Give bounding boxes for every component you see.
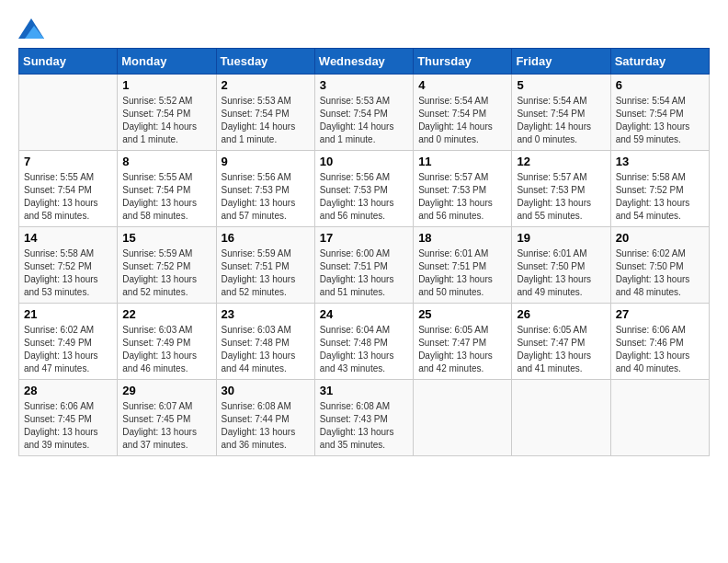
day-number: 6: [616, 78, 704, 92]
day-number: 12: [517, 155, 605, 168]
day-info: Sunrise: 6:02 AMSunset: 7:49 PMDaylight:…: [24, 324, 112, 375]
day-number: 26: [517, 307, 605, 321]
day-number: 18: [418, 231, 506, 245]
day-info: Sunrise: 5:54 AMSunset: 7:54 PMDaylight:…: [616, 95, 704, 146]
day-number: 30: [222, 384, 310, 397]
day-number: 23: [222, 307, 310, 321]
day-number: 7: [24, 155, 112, 168]
calendar-cell: 12Sunrise: 5:57 AMSunset: 7:53 PMDayligh…: [512, 151, 610, 227]
calendar-cell: 9Sunrise: 5:56 AMSunset: 7:53 PMDaylight…: [216, 151, 314, 227]
week-row-3: 14Sunrise: 5:58 AMSunset: 7:52 PMDayligh…: [19, 227, 710, 304]
day-number: 8: [122, 155, 210, 168]
day-header-tuesday: Tuesday: [216, 49, 314, 75]
day-info: Sunrise: 6:00 AMSunset: 7:51 PMDaylight:…: [320, 247, 408, 299]
day-info: Sunrise: 5:59 AMSunset: 7:51 PMDaylight:…: [222, 247, 310, 299]
day-number: 22: [122, 307, 210, 321]
day-info: Sunrise: 5:58 AMSunset: 7:52 PMDaylight:…: [24, 247, 112, 299]
week-row-5: 28Sunrise: 6:06 AMSunset: 7:45 PMDayligh…: [19, 380, 710, 456]
day-number: 5: [517, 78, 605, 92]
calendar-cell: [512, 380, 610, 456]
calendar-cell: 8Sunrise: 5:55 AMSunset: 7:54 PMDaylight…: [118, 151, 216, 227]
calendar-cell: [610, 380, 709, 456]
calendar-cell: 15Sunrise: 5:59 AMSunset: 7:52 PMDayligh…: [118, 227, 216, 304]
day-info: Sunrise: 5:55 AMSunset: 7:54 PMDaylight:…: [24, 171, 112, 223]
calendar-cell: 1Sunrise: 5:52 AMSunset: 7:54 PMDaylight…: [118, 75, 216, 151]
day-info: Sunrise: 5:54 AMSunset: 7:54 PMDaylight:…: [517, 95, 605, 146]
calendar-cell: 3Sunrise: 5:53 AMSunset: 7:54 PMDaylight…: [314, 75, 413, 151]
calendar-cell: 17Sunrise: 6:00 AMSunset: 7:51 PMDayligh…: [314, 227, 413, 304]
day-number: 10: [320, 155, 408, 168]
day-number: 2: [222, 78, 310, 92]
day-info: Sunrise: 5:53 AMSunset: 7:54 PMDaylight:…: [222, 95, 310, 146]
day-info: Sunrise: 5:55 AMSunset: 7:54 PMDaylight:…: [122, 171, 210, 223]
day-number: 4: [418, 78, 506, 92]
day-info: Sunrise: 6:02 AMSunset: 7:50 PMDaylight:…: [616, 247, 704, 299]
day-number: 25: [418, 307, 506, 321]
day-info: Sunrise: 5:52 AMSunset: 7:54 PMDaylight:…: [122, 95, 210, 146]
calendar-cell: 7Sunrise: 5:55 AMSunset: 7:54 PMDaylight…: [19, 151, 118, 227]
day-info: Sunrise: 6:07 AMSunset: 7:45 PMDaylight:…: [122, 400, 210, 452]
calendar-cell: 19Sunrise: 6:01 AMSunset: 7:50 PMDayligh…: [512, 227, 610, 304]
calendar-cell: [19, 75, 118, 151]
day-info: Sunrise: 6:01 AMSunset: 7:50 PMDaylight:…: [517, 247, 605, 299]
days-header-row: SundayMondayTuesdayWednesdayThursdayFrid…: [19, 49, 710, 75]
calendar-cell: 30Sunrise: 6:08 AMSunset: 7:44 PMDayligh…: [216, 380, 314, 456]
day-info: Sunrise: 5:54 AMSunset: 7:54 PMDaylight:…: [418, 95, 506, 146]
day-number: 31: [320, 384, 408, 397]
calendar-cell: 20Sunrise: 6:02 AMSunset: 7:50 PMDayligh…: [610, 227, 709, 304]
day-number: 29: [122, 384, 210, 397]
day-info: Sunrise: 5:56 AMSunset: 7:53 PMDaylight:…: [320, 171, 408, 223]
calendar-cell: 6Sunrise: 5:54 AMSunset: 7:54 PMDaylight…: [610, 75, 709, 151]
calendar-cell: 25Sunrise: 6:05 AMSunset: 7:47 PMDayligh…: [414, 304, 512, 380]
day-header-wednesday: Wednesday: [314, 49, 413, 75]
day-header-thursday: Thursday: [414, 49, 512, 75]
calendar-cell: 16Sunrise: 5:59 AMSunset: 7:51 PMDayligh…: [216, 227, 314, 304]
calendar-cell: 22Sunrise: 6:03 AMSunset: 7:49 PMDayligh…: [118, 304, 216, 380]
day-info: Sunrise: 6:06 AMSunset: 7:46 PMDaylight:…: [616, 324, 704, 375]
day-info: Sunrise: 6:03 AMSunset: 7:49 PMDaylight:…: [122, 324, 210, 375]
day-header-saturday: Saturday: [610, 49, 709, 75]
day-info: Sunrise: 6:06 AMSunset: 7:45 PMDaylight:…: [24, 400, 112, 452]
day-info: Sunrise: 6:01 AMSunset: 7:51 PMDaylight:…: [418, 247, 506, 299]
day-number: 20: [616, 231, 704, 245]
day-info: Sunrise: 6:05 AMSunset: 7:47 PMDaylight:…: [517, 324, 605, 375]
day-header-friday: Friday: [512, 49, 610, 75]
week-row-2: 7Sunrise: 5:55 AMSunset: 7:54 PMDaylight…: [19, 151, 710, 227]
day-info: Sunrise: 5:58 AMSunset: 7:52 PMDaylight:…: [616, 171, 704, 223]
calendar-cell: 4Sunrise: 5:54 AMSunset: 7:54 PMDaylight…: [414, 75, 512, 151]
day-info: Sunrise: 6:03 AMSunset: 7:48 PMDaylight:…: [222, 324, 310, 375]
calendar-cell: 2Sunrise: 5:53 AMSunset: 7:54 PMDaylight…: [216, 75, 314, 151]
day-header-sunday: Sunday: [19, 49, 118, 75]
day-number: 21: [24, 307, 112, 321]
day-number: 24: [320, 307, 408, 321]
day-number: 15: [122, 231, 210, 245]
day-info: Sunrise: 5:59 AMSunset: 7:52 PMDaylight:…: [122, 247, 210, 299]
calendar-cell: 10Sunrise: 5:56 AMSunset: 7:53 PMDayligh…: [314, 151, 413, 227]
calendar-cell: 26Sunrise: 6:05 AMSunset: 7:47 PMDayligh…: [512, 304, 610, 380]
calendar-cell: 24Sunrise: 6:04 AMSunset: 7:48 PMDayligh…: [314, 304, 413, 380]
day-info: Sunrise: 5:53 AMSunset: 7:54 PMDaylight:…: [320, 95, 408, 146]
day-number: 9: [222, 155, 310, 168]
page-header: [18, 18, 710, 39]
day-info: Sunrise: 5:56 AMSunset: 7:53 PMDaylight:…: [222, 171, 310, 223]
calendar-cell: 14Sunrise: 5:58 AMSunset: 7:52 PMDayligh…: [19, 227, 118, 304]
day-info: Sunrise: 5:57 AMSunset: 7:53 PMDaylight:…: [517, 171, 605, 223]
day-info: Sunrise: 6:08 AMSunset: 7:43 PMDaylight:…: [320, 400, 408, 452]
day-number: 11: [418, 155, 506, 168]
calendar-cell: 11Sunrise: 5:57 AMSunset: 7:53 PMDayligh…: [414, 151, 512, 227]
calendar-cell: 5Sunrise: 5:54 AMSunset: 7:54 PMDaylight…: [512, 75, 610, 151]
logo-icon: [18, 18, 44, 39]
calendar-cell: 27Sunrise: 6:06 AMSunset: 7:46 PMDayligh…: [610, 304, 709, 380]
calendar-cell: 13Sunrise: 5:58 AMSunset: 7:52 PMDayligh…: [610, 151, 709, 227]
day-number: 13: [616, 155, 704, 168]
day-header-monday: Monday: [118, 49, 216, 75]
day-info: Sunrise: 5:57 AMSunset: 7:53 PMDaylight:…: [418, 171, 506, 223]
week-row-1: 1Sunrise: 5:52 AMSunset: 7:54 PMDaylight…: [19, 75, 710, 151]
day-number: 16: [222, 231, 310, 245]
day-info: Sunrise: 6:05 AMSunset: 7:47 PMDaylight:…: [418, 324, 506, 375]
calendar-cell: 18Sunrise: 6:01 AMSunset: 7:51 PMDayligh…: [414, 227, 512, 304]
logo: [18, 18, 48, 39]
day-number: 1: [122, 78, 210, 92]
week-row-4: 21Sunrise: 6:02 AMSunset: 7:49 PMDayligh…: [19, 304, 710, 380]
day-number: 27: [616, 307, 704, 321]
